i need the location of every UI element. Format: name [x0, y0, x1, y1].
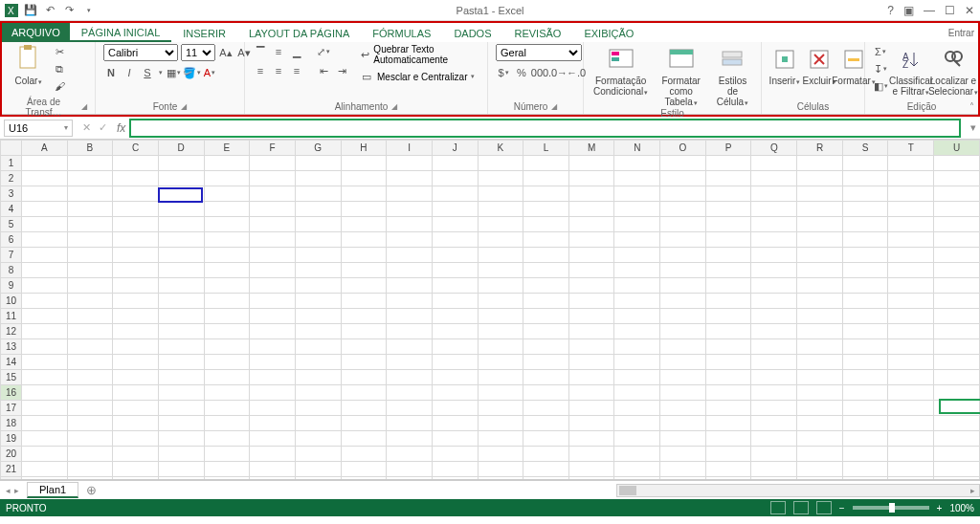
zoom-out-button[interactable]: −	[839, 503, 845, 513]
cell-N9[interactable]	[614, 278, 660, 294]
cell-J14[interactable]	[432, 355, 478, 370]
merge-center-button[interactable]: ▭ Mesclar e Centralizar▾	[359, 69, 479, 84]
cell-Q14[interactable]	[751, 355, 797, 370]
cell-K18[interactable]	[478, 416, 523, 431]
cell-Q8[interactable]	[751, 263, 797, 278]
cell-M20[interactable]	[568, 447, 614, 462]
increase-indent-icon[interactable]: ⇥	[334, 63, 349, 78]
align-left-icon[interactable]: ≡	[253, 63, 268, 78]
cell-E15[interactable]	[204, 370, 250, 385]
cell-C14[interactable]	[113, 355, 159, 370]
cell-D12[interactable]	[158, 324, 204, 339]
cell-U11[interactable]	[934, 309, 980, 324]
cell-K4[interactable]	[478, 202, 523, 217]
cell-D8[interactable]	[158, 263, 204, 278]
cell-B4[interactable]	[67, 202, 113, 217]
cell-N13[interactable]	[614, 339, 660, 355]
cell-T2[interactable]	[888, 171, 934, 186]
cell-C22[interactable]	[113, 477, 159, 481]
file-tab[interactable]: ARQUIVO	[2, 23, 70, 42]
close-icon[interactable]: ✕	[965, 4, 974, 17]
select-all-corner[interactable]	[1, 141, 22, 156]
cell-B17[interactable]	[67, 401, 113, 416]
cell-L10[interactable]	[523, 294, 569, 309]
italic-button[interactable]: I	[122, 65, 137, 80]
cell-P20[interactable]	[705, 447, 751, 462]
cell-G6[interactable]	[295, 232, 341, 248]
cell-I11[interactable]	[387, 309, 433, 324]
cell-T8[interactable]	[888, 263, 934, 278]
cell-L19[interactable]	[523, 431, 569, 447]
cell-P12[interactable]	[705, 324, 751, 339]
cell-G3[interactable]	[295, 186, 341, 202]
cell-S7[interactable]	[842, 248, 888, 263]
cell-H10[interactable]	[341, 294, 387, 309]
cell-Q11[interactable]	[751, 309, 797, 324]
cell-H14[interactable]	[341, 355, 387, 370]
cell-M21[interactable]	[568, 462, 614, 477]
cell-S10[interactable]	[842, 294, 888, 309]
cell-T10[interactable]	[888, 294, 934, 309]
cell-H21[interactable]	[341, 462, 387, 477]
align-middle-icon[interactable]: ≡	[271, 44, 286, 59]
align-center-icon[interactable]: ≡	[271, 63, 286, 78]
cell-I6[interactable]	[387, 232, 433, 248]
align-bottom-icon[interactable]: ▁	[289, 44, 304, 59]
cell-M14[interactable]	[568, 355, 614, 370]
cell-L6[interactable]	[523, 232, 569, 248]
cell-S13[interactable]	[842, 339, 888, 355]
cell-C7[interactable]	[113, 248, 159, 263]
cell-P18[interactable]	[705, 416, 751, 431]
cell-K8[interactable]	[478, 263, 523, 278]
cell-M9[interactable]	[568, 278, 614, 294]
cell-D1[interactable]	[158, 156, 204, 171]
cell-C4[interactable]	[113, 202, 159, 217]
cell-E14[interactable]	[204, 355, 250, 370]
cell-F5[interactable]	[250, 217, 296, 232]
cell-N14[interactable]	[614, 355, 660, 370]
cell-A20[interactable]	[21, 447, 67, 462]
cell-A12[interactable]	[21, 324, 67, 339]
cell-U6[interactable]	[934, 232, 980, 248]
cell-B6[interactable]	[67, 232, 113, 248]
cell-M11[interactable]	[568, 309, 614, 324]
cell-S19[interactable]	[842, 431, 888, 447]
cell-A21[interactable]	[21, 462, 67, 477]
cell-N15[interactable]	[614, 370, 660, 385]
cell-C9[interactable]	[113, 278, 159, 294]
column-header-J[interactable]: J	[432, 141, 478, 156]
cell-U20[interactable]	[934, 447, 980, 462]
cell-I10[interactable]	[387, 294, 433, 309]
cell-G15[interactable]	[295, 370, 341, 385]
cell-U4[interactable]	[934, 202, 980, 217]
cell-K13[interactable]	[478, 339, 523, 355]
cell-T7[interactable]	[888, 248, 934, 263]
conditional-formatting-button[interactable]: Formatação Condicional▾	[591, 44, 650, 98]
cell-G2[interactable]	[295, 171, 341, 186]
cell-I22[interactable]	[387, 477, 433, 481]
sheet-tab-plan1[interactable]: Plan1	[27, 482, 78, 498]
cell-D21[interactable]	[158, 462, 204, 477]
cell-U19[interactable]	[934, 431, 980, 447]
column-header-I[interactable]: I	[387, 141, 433, 156]
row-header-12[interactable]: 12	[1, 324, 22, 339]
cell-F18[interactable]	[250, 416, 296, 431]
cell-G4[interactable]	[295, 202, 341, 217]
cell-Q15[interactable]	[751, 370, 797, 385]
cell-D7[interactable]	[158, 248, 204, 263]
cell-O14[interactable]	[660, 355, 706, 370]
format-as-table-button[interactable]: Formatar como Tabela▾	[654, 44, 708, 108]
cell-T9[interactable]	[888, 278, 934, 294]
cell-F19[interactable]	[250, 431, 296, 447]
cell-H20[interactable]	[341, 447, 387, 462]
cell-R22[interactable]	[797, 477, 843, 481]
cell-L16[interactable]	[523, 385, 569, 401]
row-header-11[interactable]: 11	[1, 309, 22, 324]
row-header-1[interactable]: 1	[1, 156, 22, 171]
row-header-18[interactable]: 18	[1, 416, 22, 431]
cell-H19[interactable]	[341, 431, 387, 447]
cell-M19[interactable]	[568, 431, 614, 447]
cell-T18[interactable]	[888, 416, 934, 431]
cell-K9[interactable]	[478, 278, 523, 294]
cell-B1[interactable]	[67, 156, 113, 171]
